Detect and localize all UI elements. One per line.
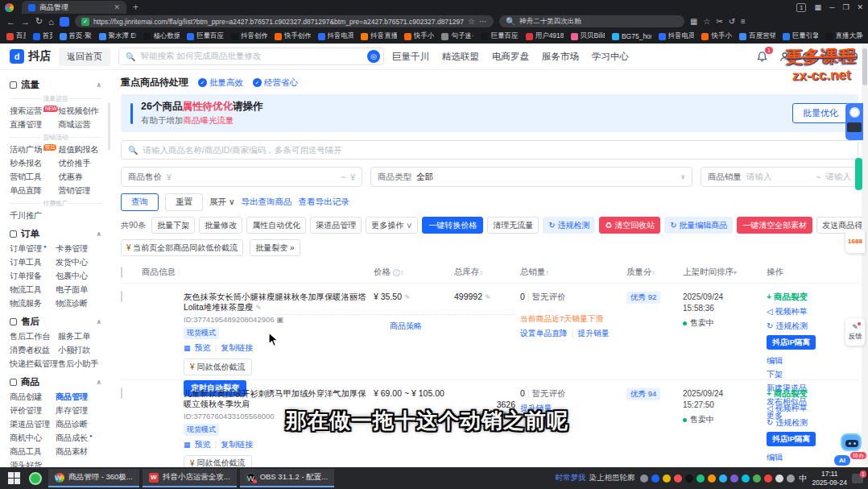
sidebar-item[interactable]: 发货中心 [56,257,101,268]
fission-action[interactable]: + 商品裂变 [767,388,808,400]
violation-check-action[interactable]: ↻ 违规检测 [767,321,808,332]
sidebar-item[interactable]: 优价推手 [58,158,101,169]
home-icon[interactable]: ⌂ [48,17,54,27]
export-link[interactable]: 导出查询商品 [242,197,292,208]
tray-icon[interactable] [685,474,693,483]
expand-toggle[interactable]: 展开 ∨ [209,197,235,208]
bookmark-item[interactable]: 快手小店 [404,31,435,41]
feedback-widget[interactable]: ✎ 反馈 [845,318,865,346]
edit-price-icon[interactable]: ✎ [404,293,411,301]
tab-close-icon[interactable]: ✕ [114,3,120,11]
sidebar-item[interactable]: 小额打款 [58,345,101,356]
bookmark-item[interactable]: 快手创作者 [275,31,311,41]
bookmark-item[interactable]: 抖音电商学 [659,31,695,41]
taskbar-pinned-app-icon[interactable] [29,472,42,485]
product-strategy-link[interactable]: 商品策略 [390,321,422,332]
dashboard-gauge-icon[interactable] [801,51,813,63]
refresh-icon[interactable]: ↻ [35,16,43,27]
ip-isolation-button[interactable]: 抖店IP隔离 [767,432,816,446]
taskbar-task[interactable]: W 商品管理 - 360极... [48,469,139,487]
violation-check-button[interactable]: ↻ 违规检测 [543,217,595,234]
tray-icon[interactable] [719,474,727,483]
tray-icon[interactable] [674,474,682,483]
sidebar-item[interactable]: 商品素材 [56,446,101,458]
alibaba-1688-widget[interactable]: 1688 [845,230,865,253]
batch-fission-button[interactable]: 批量裂变 » [250,239,300,256]
url-field[interactable]: ✓ https://fxg.jinritemai.com/ffa/g/list?… [75,15,494,27]
empty-recycle-button[interactable]: ♻ 清空回收站 [599,217,660,234]
ip-isolation-button[interactable]: 抖店IP隔离 [767,335,816,350]
apps-grid-icon[interactable]: ▦ [690,17,697,26]
bookmark-item[interactable]: 首页·聚水 [60,31,92,41]
notification-tray-icon[interactable]: 1 [852,474,863,483]
tab-count-badge[interactable]: 1 [796,3,806,12]
browser-tab[interactable]: 商品管理 ✕ [22,1,126,14]
sidebar-item[interactable]: 售后小助手 [58,358,101,370]
attr-auto-optimize-button[interactable]: 属性自动优化 [246,217,306,234]
sidebar-item[interactable]: 消费者权益 [10,345,58,356]
quality-badge[interactable]: 优秀 92 [626,292,660,304]
page-tools-widget[interactable] [845,103,863,140]
set-price-drop-link[interactable]: 设置单品直降 [520,329,568,339]
window-restore-button[interactable]: ❒ [842,3,849,11]
sidebar-item[interactable]: 商品成长 ● [56,433,101,444]
sidebar-item[interactable]: 快递拦截管理 [10,358,58,370]
sidebar-item[interactable]: 电子面单 [56,284,101,296]
bookmark-item[interactable]: 首页 [33,31,52,41]
bookmark-item[interactable]: 抖音创作服 [231,31,267,41]
screenshot-scissors-icon[interactable]: ✂ [716,17,722,26]
sidebar-scrollbar[interactable] [108,102,110,151]
bookmark-star-icon[interactable]: ☆ [468,17,475,26]
favorites-icon[interactable]: ☆ [703,17,710,26]
sidebar-item[interactable]: 评价管理 [10,405,56,416]
intercept-button[interactable]: ¥ 同款低价截流 [184,358,252,375]
tray-icon[interactable] [742,474,750,483]
nav-learn[interactable]: 学习中心 [592,51,629,63]
back-icon[interactable]: ← [6,17,15,27]
sidebar-item[interactable]: 付费推广 [10,199,101,208]
sidebar-item[interactable]: 秒杀报名 [10,158,58,169]
bookmark-item[interactable]: 百度营销推 [739,31,775,41]
video-seeding-action[interactable]: ◁ 视频种草 [767,306,807,317]
sidebar-item[interactable]: 物流工具 [10,284,56,296]
quality-badge[interactable]: 优秀 94 [626,388,660,400]
tray-icon[interactable] [640,474,648,483]
sidebar-item[interactable]: 源头好货 [10,460,56,467]
row-action-link[interactable]: 下架 [767,369,807,380]
doudian-logo[interactable]: d 抖店 [10,49,51,64]
sidebar-item[interactable]: 订单管理 ● [10,243,56,255]
sidebar-section-traffic[interactable]: 流量 ∧ [0,75,111,93]
batch-edit-products-button[interactable]: ↻ 批量编辑商品 [664,217,733,234]
sidebar-item[interactable]: 包裹中心 [56,271,101,282]
tray-icon[interactable] [764,474,772,483]
bookmark-item[interactable]: 抖音电商学 [318,31,354,41]
bookmark-item[interactable]: 巨量引擎工 [783,31,819,41]
bookmark-item[interactable]: 句子迷·句 [441,31,473,41]
row-action-link[interactable]: 编辑 [767,355,807,367]
batch-optimize-button[interactable]: 批量优化 [792,103,849,123]
clean-traffic-button[interactable]: 清理无流量 [487,217,539,234]
bookmarks-overflow-icon[interactable]: » [859,31,863,39]
forward-icon[interactable]: → [21,17,30,27]
bookmark-item[interactable]: 用户491872 [526,31,564,41]
sidebar-item[interactable]: 卡券管理 [56,243,101,255]
sidebar-item[interactable]: 流量运营 [10,94,101,103]
bookmark-item[interactable]: 巨量百应Bu [481,31,518,41]
tray-icon[interactable] [651,474,659,483]
sidebar-item[interactable]: 物流诊断 [56,298,101,309]
qrcode-icon[interactable]: ▦ [184,344,191,352]
account-icon[interactable] [779,51,791,63]
edit-icon[interactable]: ✎ [255,304,262,312]
sidebar-item[interactable]: 商品创建 [10,392,56,403]
app-search-box[interactable]: 🔍 智能搜索 如何完成商品批量修改 ◎ [118,48,384,65]
tray-icon[interactable] [708,474,716,483]
monitor-icon[interactable] [846,51,858,63]
sidebar-item[interactable]: 库存管理 [56,405,101,416]
window-close-button[interactable]: ✕ [857,3,863,11]
more-actions-button[interactable]: 更多操作 ∨ [366,217,418,234]
download-client-icon[interactable] [824,51,836,63]
sidebar-item[interactable]: 商城运营 [58,119,101,131]
bell-icon[interactable]: 1 [756,51,768,63]
sidebar-section-orders[interactable]: 订单 ∧ [0,224,111,242]
copy-icon[interactable]: ▣ [276,315,283,324]
